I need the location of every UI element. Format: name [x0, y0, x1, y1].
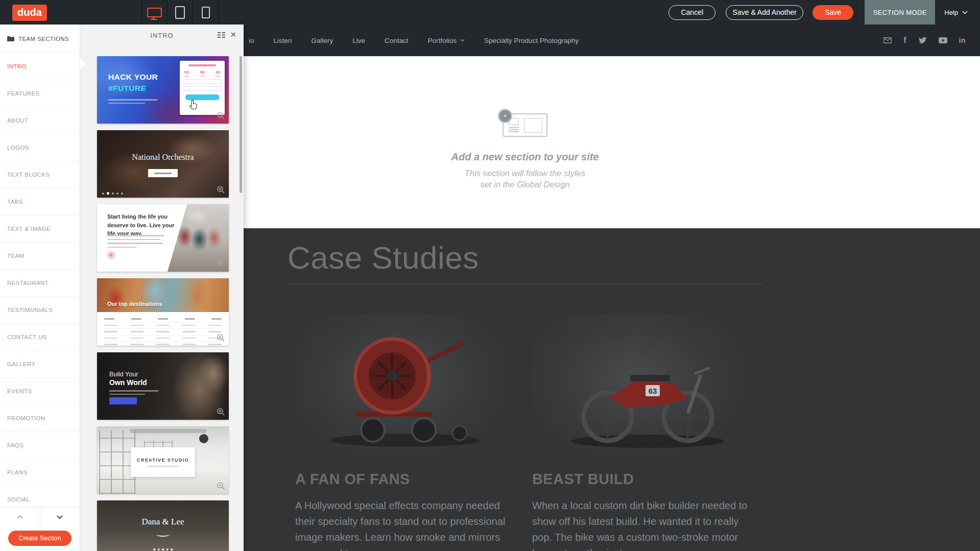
zoom-preview-icon[interactable] [217, 185, 225, 194]
text-placeholder-line [208, 344, 222, 345]
save-button[interactable]: Save [812, 5, 853, 20]
tablet-view-button[interactable] [167, 0, 193, 25]
text-placeholder-line [156, 331, 170, 332]
text-placeholder-line [108, 103, 145, 104]
sidebar-item-testimonials[interactable]: TESTIMONIALS [0, 297, 80, 324]
zoom-preview-icon[interactable] [217, 482, 225, 490]
text-placeholder-line [130, 331, 144, 332]
thumb-title-bold: Own World [109, 378, 147, 387]
case-study-body: A Hollywood special effects company need… [295, 498, 516, 551]
site-nav-item-specialty[interactable]: Specialty Product Photography [484, 37, 579, 44]
text-placeholder-line [109, 390, 158, 392]
site-nav-item-contact[interactable]: Contact [385, 37, 409, 44]
destinations-table [104, 316, 222, 346]
create-section-button[interactable]: Create Section [8, 531, 71, 546]
top-bar: duda Cancel Save & Add Another Save SECT… [0, 0, 980, 25]
site-nav-item[interactable]: io [249, 37, 254, 44]
thumb-title: HACK YOUR [108, 73, 158, 82]
text-placeholder-line [182, 325, 196, 326]
countdown-value: 08 [200, 70, 205, 75]
sidebar-item-events[interactable]: EVENTS [0, 378, 80, 405]
facebook-icon[interactable]: f [903, 36, 906, 45]
site-nav-item-gallery[interactable]: Gallery [312, 37, 333, 44]
save-add-another-button[interactable]: Save & Add Another [726, 5, 803, 20]
template-thumb-top-destinations[interactable]: Our top destinations [97, 278, 229, 346]
template-thumb-hack-your-future[interactable]: HACK YOUR #FUTURE 03 08 43 [97, 56, 229, 124]
sidebar-header-label: TEAM SECTIONS [18, 36, 69, 42]
studio-card: CREATIVE STUDIO [131, 447, 195, 477]
sidebar-item-promotion[interactable]: PROMOTION [0, 405, 80, 432]
site-nav-item-listen[interactable]: Listen [274, 37, 292, 44]
case-study-body: When a local custom dirt bike builder ne… [532, 498, 753, 551]
site-nav-item-live[interactable]: Live [352, 37, 365, 44]
add-section-title: Add a new section to your site [288, 151, 762, 163]
template-thumbnail-list: HACK YOUR #FUTURE 03 08 43 [80, 46, 244, 551]
text-placeholder-line [208, 325, 222, 326]
sidebar-item-plans[interactable]: PLANS [0, 459, 80, 486]
sidebar-item-restaurant[interactable]: RESTAURANT [0, 270, 80, 297]
close-icon[interactable]: ✕ [230, 31, 237, 38]
sidebar-item-logos[interactable]: LOGOS [0, 134, 80, 161]
sidebar-item-tabs[interactable]: TABS [0, 188, 80, 215]
add-section-button[interactable]: + Add a new section to your site This se… [288, 56, 762, 228]
scroll-up-button[interactable] [0, 507, 40, 526]
sidebar-item-intro[interactable]: INTRO [0, 53, 80, 80]
text-placeholder-line [211, 318, 222, 320]
thumb-title: Our top destinations [107, 301, 162, 307]
desktop-icon [147, 8, 162, 17]
linkedin-icon[interactable]: in [959, 36, 966, 44]
chevron-down-icon [460, 39, 465, 42]
chevron-down-icon[interactable] [962, 11, 968, 14]
bike-number-plate: 63 [649, 387, 657, 395]
email-icon[interactable] [883, 37, 892, 43]
sidebar-item-contact-us[interactable]: CONTACT US [0, 324, 80, 351]
text-placeholder-line [182, 344, 196, 345]
text-placeholder-line [104, 325, 117, 326]
text-placeholder-line [131, 318, 141, 320]
template-thumb-start-living[interactable]: Start living the life you deserve to liv… [97, 204, 229, 272]
table-row [104, 336, 222, 342]
sidebar-item-about[interactable]: ABOUT [0, 107, 80, 134]
sidebar-item-text-image[interactable]: TEXT & IMAGE [0, 215, 80, 243]
sidebar-item-text-blocks[interactable]: TEXT BLOCKS [0, 161, 80, 188]
template-thumb-dana-and-lee[interactable]: Dana & Lee [97, 500, 229, 551]
text-placeholder-line [154, 173, 172, 174]
zoom-preview-icon[interactable] [217, 111, 225, 120]
template-thumb-creative-studio[interactable]: CREATIVE STUDIO [97, 426, 229, 494]
youtube-icon[interactable] [939, 37, 947, 43]
duda-editor: { "topbar": { "logo": "duda", "cancel_la… [0, 0, 980, 551]
template-thumb-national-orchestra[interactable]: National Orchestra [97, 130, 229, 198]
ornament [156, 532, 170, 537]
mobile-view-button[interactable] [193, 0, 219, 25]
help-menu[interactable]: Help [944, 9, 958, 16]
template-thumb-build-your-own-world[interactable]: Build Your Own World [97, 352, 229, 420]
text-placeholder [109, 390, 158, 397]
sections-sidebar: TEAM SECTIONS INTRO FEATURES ABOUT LOGOS… [0, 25, 80, 551]
text-placeholder-line [104, 331, 117, 332]
panel-scrollbar-thumb[interactable] [240, 56, 242, 193]
layout-grid-icon[interactable] [218, 32, 225, 39]
text-placeholder-line [208, 331, 222, 332]
zoom-preview-icon[interactable] [217, 333, 225, 342]
duda-logo[interactable]: duda [12, 5, 47, 21]
text-placeholder-line [104, 344, 117, 345]
sidebar-item-faqs[interactable]: FAQS [0, 432, 80, 459]
sidebar-item-gallery[interactable]: GALLERY [0, 351, 80, 378]
cancel-button[interactable]: Cancel [668, 5, 715, 20]
countdown-value: 03 [184, 70, 189, 75]
scroll-down-button[interactable] [40, 507, 80, 526]
site-nav-item-portfolios[interactable]: Portfolios [428, 37, 465, 44]
sidebar-footer: Create Section [0, 507, 80, 551]
street-photo-placeholder [97, 278, 229, 312]
sidebar-item-team[interactable]: TEAM [0, 243, 80, 270]
device-switcher [141, 0, 219, 25]
section-wireframe-icon: + [503, 113, 547, 137]
twitter-icon[interactable] [918, 37, 927, 44]
button-placeholder [148, 169, 178, 177]
table-row [104, 323, 222, 329]
text-placeholder-line [188, 64, 216, 66]
zoom-preview-icon[interactable] [217, 259, 225, 268]
zoom-preview-icon[interactable] [217, 408, 225, 416]
desktop-view-button[interactable] [141, 0, 167, 25]
sidebar-item-features[interactable]: FEATURES [0, 80, 80, 107]
